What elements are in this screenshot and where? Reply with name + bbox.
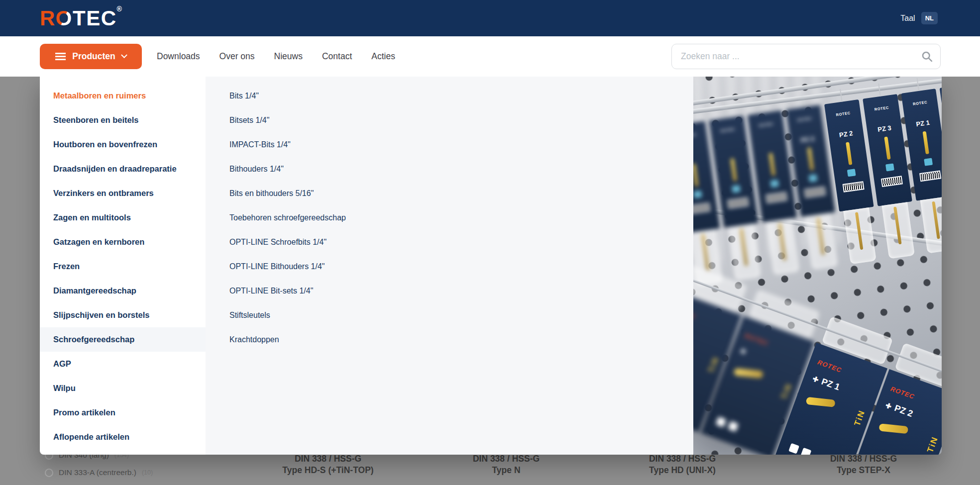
product-column-header: DIN 338 / HSS-G Type HD-S (+TiN-TOP) — [282, 453, 373, 476]
card-size-label: PZ 2 — [893, 403, 914, 419]
nav-link[interactable]: Nieuws — [274, 51, 303, 62]
card-accent-stripe — [868, 112, 869, 121]
menu-category-item[interactable]: Metaalboren en ruimers — [40, 84, 206, 108]
bit-graphic — [922, 131, 929, 155]
card-size-label — [713, 144, 748, 157]
card-brand-label: ROTEC — [941, 93, 942, 102]
card-accent-stripe — [791, 123, 792, 132]
bit-graphic — [768, 153, 775, 176]
quantity-tag — [924, 158, 933, 166]
menu-category-item[interactable]: Diamantgereedschap — [40, 279, 206, 303]
menu-category-item[interactable]: Verzinkers en ontbramers — [40, 181, 206, 205]
tin-coating-label: TiN — [853, 408, 868, 427]
menu-subcategory-item[interactable]: Bitsets 1/4" — [229, 108, 693, 132]
card-size-label: PZ 2 — [790, 133, 825, 146]
menu-subcategory-item[interactable]: OPTI-LINE Bit-sets 1/4" — [229, 279, 693, 303]
menu-subcategory-list: Bits 1/4"Bitsets 1/4"IMPACT-Bits 1/4"Bit… — [206, 77, 693, 455]
menu-category-item[interactable]: Steenboren en beitels — [40, 108, 206, 132]
barcode — [881, 176, 903, 187]
tin-coating-label: TiN — [706, 356, 721, 375]
quantity-tag — [809, 174, 818, 182]
menu-category-item[interactable]: Zagen en multitools — [40, 205, 206, 230]
bit-graphic — [884, 137, 890, 160]
menu-category-item[interactable]: Houtboren en bovenfrezen — [40, 132, 206, 157]
bit-graphic — [879, 423, 908, 434]
card-size-label — [693, 150, 710, 162]
menu-category-item[interactable]: Promo artikelen — [40, 400, 206, 425]
menu-subcategory-item[interactable]: OPTI-LINE Bithouders 1/4" — [229, 254, 693, 279]
card-brand-label: ROTEC — [864, 104, 899, 113]
language-switcher: Taal NL — [900, 0, 938, 36]
bit-graphic — [807, 147, 813, 171]
menu-category-item[interactable]: Gatzagen en kernboren — [40, 230, 206, 254]
menu-category-item[interactable]: AGP — [40, 352, 206, 376]
menu-category-item[interactable]: Schroefgereedschap — [40, 327, 206, 352]
menu-category-item[interactable]: Aflopende artikelen — [40, 425, 206, 449]
phillips-icon: ✚ — [812, 375, 820, 384]
chevron-down-icon — [121, 52, 127, 58]
card-size-label: PZ 2 — [828, 128, 864, 140]
card-accent-stripe — [891, 371, 894, 379]
menu-category-item[interactable]: Wilpu — [40, 376, 206, 400]
card-accent-stripe — [830, 118, 831, 126]
menu-category-item[interactable]: Frezen — [40, 254, 206, 279]
menu-subcategory-item[interactable]: OPTI-LINE Schroefbits 1/4" — [229, 230, 693, 254]
product-column-header: DIN 338 / HSS-G Type STEP-X — [830, 453, 897, 476]
product-column-header: DIN 338 / HSS-G Type HD (UNI-X) — [649, 453, 716, 476]
menu-subcategory-item[interactable]: IMPACT-Bits 1/4" — [229, 132, 693, 157]
nav-link[interactable]: Acties — [371, 51, 395, 62]
nav-link[interactable]: Over ons — [219, 51, 255, 62]
phillips-icon: ✚ — [884, 401, 892, 410]
product-column-header: DIN 338 / HSS-G Type N — [473, 453, 540, 476]
menu-subcategory-item[interactable]: Bithouders 1/4" — [229, 157, 693, 181]
phillips-icon: ✚ — [739, 347, 747, 356]
search-input[interactable] — [681, 51, 921, 62]
barcode — [693, 203, 711, 214]
card-size-label — [752, 139, 787, 151]
bit-graphic — [734, 368, 763, 379]
products-mega-menu: Metaalboren en ruimersSteenboren en beit… — [40, 77, 942, 455]
barcode — [919, 170, 941, 182]
product-photo: ROTEC ROTEC — [693, 77, 942, 455]
tin-coating-label: TiN — [925, 435, 940, 454]
card-accent-stripe — [906, 107, 907, 116]
card-size-label: PZ 1 — [820, 377, 841, 393]
card-size-label: PZ 1 — [905, 117, 941, 130]
card-brand-label: ROTEC — [749, 120, 784, 129]
rotec-logo[interactable]: ROTEC® — [40, 5, 122, 29]
products-menu-button[interactable]: Producten — [40, 44, 142, 69]
quantity-tag — [732, 185, 741, 193]
menu-subcategory-item[interactable]: Bits en bithouders 5/16" — [229, 181, 693, 205]
card-icon-squares — [788, 443, 799, 454]
quantity-tag — [885, 163, 894, 171]
menu-category-item[interactable]: Slijpschijven en borstels — [40, 303, 206, 327]
bit-graphic — [730, 158, 737, 182]
nav-link[interactable]: Contact — [322, 51, 352, 62]
search-box — [671, 44, 941, 69]
bit-graphic — [846, 142, 852, 165]
radio-button[interactable] — [45, 469, 53, 477]
barcode — [765, 192, 787, 203]
nav-link[interactable]: Downloads — [157, 51, 200, 62]
bit-graphic — [806, 397, 835, 407]
search-icon[interactable] — [921, 50, 933, 63]
card-icon-squares — [716, 416, 727, 427]
hamburger-icon — [55, 53, 66, 60]
menu-subcategory-item[interactable]: Bits 1/4" — [229, 84, 693, 108]
card-brand-label: ROTEC — [787, 114, 823, 124]
quantity-tag — [847, 169, 856, 177]
registered-mark: ® — [117, 5, 122, 13]
card-brand-label: ROTEC — [693, 131, 707, 140]
barcode — [843, 181, 865, 193]
menu-subcategory-item[interactable]: Toebehoren schroefgereedschap — [229, 205, 693, 230]
menu-category-item[interactable]: Draadsnijden en draadreparatie — [40, 157, 206, 181]
main-navbar: Producten DownloadsOver onsNieuwsContact… — [0, 36, 980, 77]
quantity-tag — [693, 191, 702, 198]
bit-graphic — [693, 164, 698, 187]
language-badge[interactable]: NL — [921, 12, 938, 24]
menu-subcategory-item[interactable]: Stiftsleutels — [229, 303, 693, 327]
language-label: Taal — [900, 14, 915, 23]
products-button-label: Producten — [72, 51, 115, 62]
top-bar: ROTEC® Taal NL — [0, 0, 980, 36]
menu-subcategory-item[interactable]: Krachtdoppen — [229, 327, 693, 352]
